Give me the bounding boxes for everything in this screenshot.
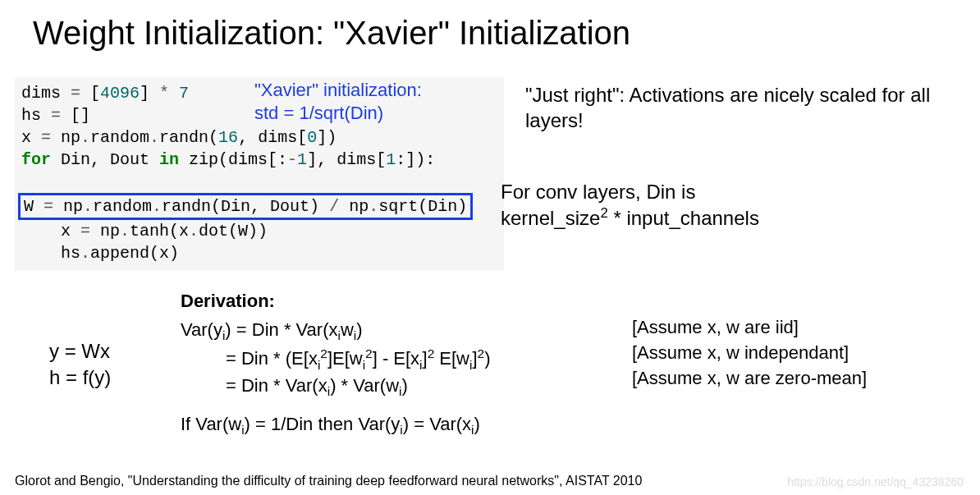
derivation-conclusion: If Var(wi) = 1/Din then Var(yi) = Var(xi… [181, 412, 490, 439]
assumption-3: [Assume x, w are zero-mean] [632, 366, 867, 392]
xavier-line2: std = 1/sqrt(Din) [254, 102, 422, 125]
code-line-7: hs.append(x) [21, 242, 497, 264]
eq-h: h = f(y) [49, 364, 111, 391]
assumption-1: [Assume x, w are iid] [632, 315, 867, 341]
slide-title: Weight Initialization: "Xavier" Initiali… [0, 0, 980, 52]
assumptions-column: [Assume x, w are iid] [Assume x, w indep… [632, 315, 867, 391]
equations-left: y = Wx h = f(y) [49, 338, 111, 392]
code-line-4: for Din, Dout in zip(dims[:-1], dims[1:]… [21, 149, 497, 171]
code-line-5-highlighted: W = np.random.randn(Din, Dout) / np.sqrt… [21, 171, 497, 220]
derivation-row-2: = Din * (E[xi2]E[wi2] - E[xi]2 E[wi]2) [181, 345, 490, 374]
derivation-heading: Derivation: [181, 289, 490, 314]
code-line-3: x = np.random.randn(16, dims[0]) [21, 126, 497, 149]
citation: Glorot and Bengio, "Understanding the di… [15, 474, 642, 488]
xavier-line1: "Xavier" initialization: [254, 79, 422, 102]
code-line-6: x = np.tanh(x.dot(W)) [21, 220, 497, 242]
note-conv-layers: For conv layers, Din is kernel_size2 * i… [501, 179, 759, 231]
derivation-row-3: = Din * Var(xi) * Var(wi) [181, 374, 490, 401]
watermark: https://blog.csdn.net/qq_43238260 [787, 475, 964, 488]
highlight-box: W = np.random.randn(Din, Dout) / np.sqrt… [18, 193, 473, 220]
derivation-block: Derivation: Var(yi) = Din * Var(xiwi) = … [181, 289, 490, 439]
derivation-row-1: Var(yi) = Din * Var(xiwi) [181, 318, 490, 345]
note-just-right: "Just right": Activations are nicely sca… [525, 82, 980, 133]
assumption-2: [Assume x, w independant] [632, 341, 867, 366]
eq-y: y = Wx [49, 338, 111, 364]
superscript-2: 2 [600, 205, 607, 221]
xavier-annotation: "Xavier" initialization: std = 1/sqrt(Di… [254, 79, 422, 124]
